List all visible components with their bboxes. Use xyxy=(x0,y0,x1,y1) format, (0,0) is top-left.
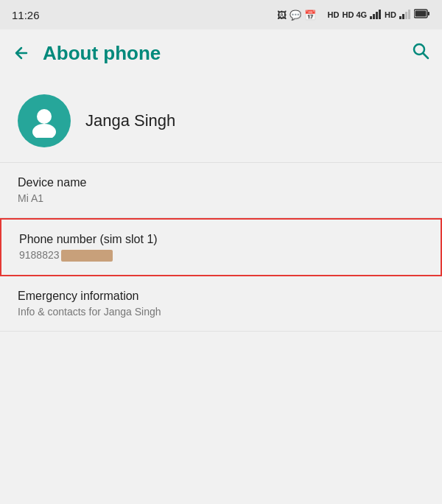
app-bar: About phone xyxy=(0,29,442,77)
svg-rect-5 xyxy=(402,14,404,19)
status-time: 11:26 xyxy=(12,9,40,21)
svg-rect-9 xyxy=(428,12,430,15)
hd-label: HD xyxy=(328,10,340,19)
device-name-value: Mi A1 xyxy=(18,192,424,204)
back-button[interactable] xyxy=(12,43,31,63)
avatar xyxy=(18,94,71,147)
emergency-info-item[interactable]: Emergency information Info & contacts fo… xyxy=(0,276,442,332)
phone-number-visible: 9188823 xyxy=(19,249,60,261)
page-title: About phone xyxy=(43,42,161,65)
phone-number-value: 9188823 xyxy=(19,249,423,262)
status-icons: 🖼 💬 📅 HD HD 4G HD xyxy=(277,9,430,21)
emergency-info-value: Info & contacts for Janga Singh xyxy=(18,306,424,318)
phone-number-redacted xyxy=(61,250,113,262)
whatsapp-icon: 💬 xyxy=(290,10,301,21)
app-bar-left: About phone xyxy=(12,42,161,65)
emergency-info-label: Emergency information xyxy=(18,290,424,303)
battery-icon xyxy=(414,9,430,21)
search-button[interactable] xyxy=(411,41,430,65)
svg-point-14 xyxy=(32,124,56,138)
svg-rect-2 xyxy=(376,12,378,19)
user-name: Janga Singh xyxy=(85,111,175,130)
svg-rect-0 xyxy=(370,16,372,19)
device-name-label: Device name xyxy=(18,176,424,189)
svg-rect-3 xyxy=(379,10,381,19)
svg-rect-4 xyxy=(399,16,401,19)
phone-number-item[interactable]: Phone number (sim slot 1) 9188823 xyxy=(0,218,442,276)
status-bar: 11:26 🖼 💬 📅 HD HD 4G HD xyxy=(0,0,442,29)
svg-rect-10 xyxy=(415,11,427,17)
user-card: Janga Singh xyxy=(0,77,442,163)
hd-label-2: HD xyxy=(385,10,396,19)
calendar-icon: 📅 xyxy=(304,10,316,21)
signal-icon xyxy=(370,9,382,21)
device-name-item[interactable]: Device name Mi A1 xyxy=(0,163,442,218)
signal-icon-2 xyxy=(399,9,411,21)
svg-rect-7 xyxy=(408,10,410,19)
network-type-label: HD 4G xyxy=(342,10,367,19)
svg-point-13 xyxy=(37,109,52,124)
svg-rect-1 xyxy=(373,14,375,19)
content: Janga Singh Device name Mi A1 Phone numb… xyxy=(0,77,442,332)
phone-number-label: Phone number (sim slot 1) xyxy=(19,233,423,246)
svg-rect-6 xyxy=(405,12,407,19)
image-icon: 🖼 xyxy=(277,10,287,21)
svg-line-12 xyxy=(424,54,429,59)
